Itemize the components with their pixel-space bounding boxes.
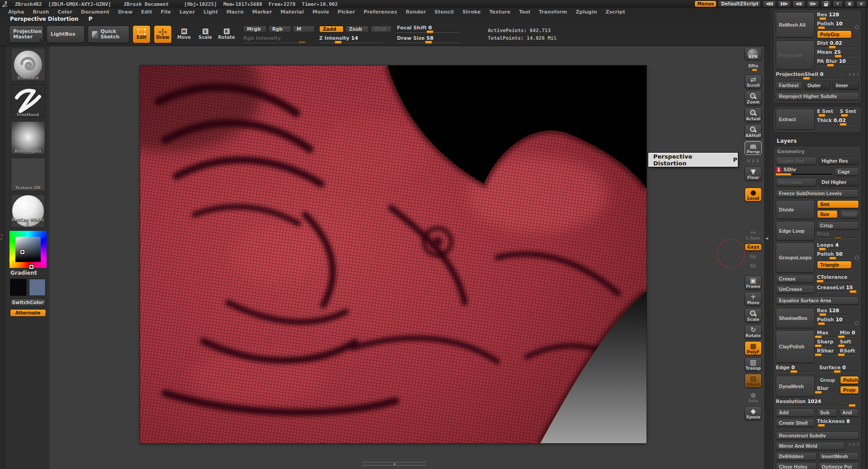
- dynamesh-button[interactable]: DynaMesh: [776, 376, 815, 397]
- claypolish-rsoft-slider[interactable]: RSoft: [840, 348, 859, 356]
- geometry-subheader[interactable]: Geometry: [777, 149, 859, 155]
- shelf-scroll-button[interactable]: ⇄Scroll: [745, 75, 762, 89]
- shelf-solo-button[interactable]: ●Solo: [745, 390, 762, 404]
- extract-esmt-slider[interactable]: E Smt: [817, 109, 836, 116]
- shelf-rotate-button[interactable]: ↻Rotate: [745, 325, 762, 339]
- slider-handle[interactable]: [849, 290, 857, 293]
- menu-stencil[interactable]: Stencil: [434, 9, 454, 15]
- edge-loop-button[interactable]: Edge Loop: [776, 221, 815, 240]
- shelf-local-button[interactable]: ●Local: [745, 188, 762, 202]
- freeze-subdivision-button[interactable]: Freeze SubDivision Levels: [776, 189, 859, 197]
- menu-color[interactable]: Color: [57, 9, 72, 15]
- gradient-label[interactable]: Gradient: [6, 270, 50, 276]
- slider-track[interactable]: [819, 371, 859, 372]
- slider-track[interactable]: [840, 355, 859, 356]
- slider-track[interactable]: [817, 281, 859, 282]
- slider-handle[interactable]: [815, 335, 822, 338]
- default-zscript-button[interactable]: DefaultZScript: [718, 0, 761, 7]
- slider-track[interactable]: [817, 115, 836, 116]
- slider-handle[interactable]: [815, 353, 822, 356]
- menu-alpha[interactable]: Alpha: [8, 9, 24, 15]
- slider-track[interactable]: [817, 337, 836, 338]
- slider-track[interactable]: [776, 405, 859, 406]
- projection-master-button[interactable]: Projection Master: [9, 26, 43, 43]
- reconstruct-subdiv-button[interactable]: Reconstruct Subdiv: [776, 431, 859, 440]
- divide-button[interactable]: Divide: [776, 200, 815, 219]
- slider-handle[interactable]: [837, 335, 845, 338]
- menu-file[interactable]: File: [160, 9, 171, 15]
- dynamesh-group-toggle[interactable]: Group: [817, 376, 838, 384]
- quick-sketch-button[interactable]: Quick Sketch: [88, 26, 129, 43]
- slider-track[interactable]: [817, 65, 859, 66]
- rotate-mode-button[interactable]: R Rotate: [217, 25, 236, 43]
- shelf-actual-button[interactable]: Actual: [745, 108, 762, 122]
- menu-zplugin[interactable]: Zplugin: [576, 9, 597, 15]
- menu-movie[interactable]: Movie: [312, 9, 329, 15]
- dynamesh-project-toggle[interactable]: Proje: [840, 386, 859, 394]
- slider-handle[interactable]: [818, 114, 826, 117]
- shelf-bpr-button[interactable]: BPR: [745, 47, 762, 60]
- slider-handle[interactable]: [819, 248, 826, 251]
- shelf-move-button[interactable]: +Move: [745, 292, 762, 306]
- slider-track[interactable]: [243, 42, 307, 43]
- dynamesh-polish-toggle[interactable]: Polish: [840, 376, 859, 384]
- del-lower-button[interactable]: Del Lower: [776, 178, 816, 186]
- layers-header[interactable]: Layers: [773, 136, 862, 146]
- sdiv-slider[interactable]: 1SDiv: [776, 167, 832, 176]
- suv-toggle[interactable]: Suv: [817, 210, 838, 218]
- slider-handle[interactable]: [841, 114, 849, 117]
- switchcolor-button[interactable]: SwitchColor: [10, 299, 46, 306]
- slider-track[interactable]: [776, 78, 844, 79]
- slider-track[interactable]: [817, 392, 838, 393]
- loops-slider[interactable]: Loops 4: [817, 243, 852, 250]
- menu-render[interactable]: Render: [406, 9, 426, 15]
- shelf-zoom-button[interactable]: Zoom: [745, 91, 762, 105]
- z-intensity-slider[interactable]: Z Intensity 14: [319, 36, 382, 43]
- shelf-lsym-button[interactable]: ↔L.Sym: [745, 227, 762, 241]
- menu-zscript[interactable]: Zscript: [606, 9, 625, 15]
- slider-track[interactable]: [840, 346, 859, 347]
- shelf-gz-button[interactable]: Gz: [745, 263, 762, 270]
- cycle-ui-right-icon[interactable]: ▣▶: [807, 0, 819, 7]
- zadd-button[interactable]: Zadd: [319, 26, 344, 33]
- left-tray-edge[interactable]: [0, 46, 6, 469]
- crease-button[interactable]: Crease: [776, 275, 815, 283]
- shelf-frame-button[interactable]: ▣Frame: [745, 276, 762, 290]
- sub-toggle[interactable]: Sub: [817, 408, 837, 417]
- main-color-swatch[interactable]: [10, 279, 27, 296]
- create-shell-button[interactable]: Create Shell: [776, 419, 815, 427]
- claypolish-rshar-slider[interactable]: RShar: [817, 348, 836, 356]
- resolution-slider[interactable]: Resolution 1024: [776, 399, 859, 406]
- shelf-scale-button[interactable]: Scale: [745, 308, 762, 323]
- slider-handle[interactable]: [833, 370, 841, 373]
- groups-loops-button[interactable]: GroupsLoops: [776, 243, 815, 272]
- optimize-points-button[interactable]: Optimize Poi: [819, 463, 859, 469]
- lightbox-button[interactable]: LightBox: [47, 26, 85, 43]
- slider-track[interactable]: [397, 32, 460, 33]
- slider-handle[interactable]: [803, 77, 811, 80]
- slider-track[interactable]: [817, 47, 859, 48]
- mirror-axes-label[interactable]: x y z: [849, 442, 859, 450]
- mirror-and-weld-button[interactable]: Mirror And Weld: [776, 442, 844, 450]
- slider-handle[interactable]: [815, 344, 822, 347]
- menu-macro[interactable]: Macro: [226, 9, 244, 15]
- tray-collapse-arrow-icon[interactable]: ◀: [765, 236, 768, 240]
- radial-modifier-toggle[interactable]: ○: [854, 321, 859, 325]
- current-material-button[interactable]: MatCap White C: [11, 194, 45, 228]
- slider-track[interactable]: [817, 56, 859, 57]
- projectall-button[interactable]: ProjectAll: [776, 41, 815, 70]
- draw-size-slider[interactable]: Draw Size 58: [397, 36, 460, 43]
- delhidden-button[interactable]: DelHidden: [776, 452, 816, 460]
- shelf-ghost-button[interactable]: ▨Ghost: [745, 374, 762, 388]
- menu-draw[interactable]: Draw: [118, 9, 132, 15]
- sv-cursor-icon[interactable]: [20, 250, 24, 254]
- disp-slider[interactable]: Disp: [817, 231, 859, 239]
- crisp-toggle[interactable]: Crisp: [817, 221, 859, 230]
- project-pablur-slider[interactable]: PA Blur 10: [817, 59, 859, 66]
- extract-button[interactable]: Extract: [776, 109, 815, 130]
- higher-res-button[interactable]: Higher Res: [819, 157, 859, 165]
- slider-track[interactable]: [817, 258, 852, 259]
- zsub-button[interactable]: Zsub: [345, 26, 369, 33]
- slider-handle[interactable]: [826, 64, 834, 67]
- shell-axes-label[interactable]: x y z: [849, 72, 859, 76]
